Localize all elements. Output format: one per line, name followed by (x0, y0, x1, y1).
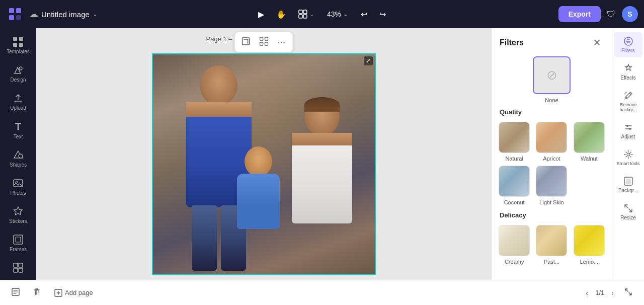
filter-item-natural[interactable]: Natural (498, 122, 531, 162)
svg-rect-32 (626, 179, 631, 184)
right-sidebar-item-background[interactable]: Backgr... (614, 172, 642, 197)
filter-item-coconut[interactable]: Coconut (498, 166, 531, 205)
canvas-toolbar: ··· (235, 32, 293, 52)
svg-rect-26 (265, 42, 268, 45)
filter-item-lightskin[interactable]: Light Skin (535, 166, 568, 205)
document-title-section[interactable]: ☁ Untitled image ⌄ (29, 9, 98, 20)
coconut-filter-thumb (499, 166, 530, 197)
apricot-filter-label: Apricot (543, 156, 560, 162)
grid-tool-button[interactable] (256, 34, 272, 50)
sidebar-item-label: Frames (10, 247, 27, 252)
zoom-button[interactable]: 43% ⌄ (322, 8, 353, 21)
undo-icon: ↩ (361, 10, 367, 19)
left-sidebar: Templates Design Upload T Text Sha (0, 28, 36, 280)
right-sidebar-item-adjust[interactable]: Adjust (614, 118, 642, 143)
layout-button[interactable]: ⌄ (294, 7, 318, 22)
filters-title: Filters (500, 38, 524, 47)
sidebar-item-upload[interactable]: Upload (3, 89, 33, 115)
play-button[interactable]: ▶ (254, 7, 268, 22)
right-sidebar-effects-label: Effects (620, 75, 635, 81)
redo-button[interactable]: ↪ (375, 7, 390, 22)
topbar-right-controls: Export 🛡 S (558, 6, 638, 22)
sidebar-item-templates[interactable]: Templates (3, 32, 33, 58)
natural-filter-label: Natural (505, 156, 523, 162)
shield-icon: 🛡 (607, 9, 616, 19)
add-page-button[interactable]: Add page (50, 287, 97, 299)
right-sidebar-item-resize[interactable]: Resize (614, 199, 642, 224)
design-icon (13, 64, 24, 75)
next-page-button[interactable]: › (608, 287, 617, 299)
filter-item-creamy[interactable]: Creamy (498, 225, 531, 265)
svg-point-13 (19, 154, 23, 158)
filter-item-lemon[interactable]: Lemo... (573, 225, 606, 265)
zoom-chevron-icon: ⌄ (343, 11, 348, 18)
lemon-filter-thumb (574, 225, 605, 256)
page-number-label: Page 1 – (206, 35, 232, 43)
sidebar-item-grid[interactable] (3, 258, 33, 277)
user-avatar[interactable]: S (622, 6, 638, 22)
sidebar-item-text[interactable]: T Text (3, 117, 33, 143)
baby-head (245, 146, 272, 177)
svg-rect-8 (13, 37, 17, 41)
filters-panel: Filters ✕ ⊘ None Quality Natural Apricot (491, 28, 612, 280)
sidebar-item-label: Templates (7, 49, 30, 54)
fullscreen-button[interactable]: ⤢ (364, 56, 373, 65)
shield-button[interactable]: 🛡 (605, 7, 618, 22)
sidebar-item-stickers[interactable]: Stickers (3, 202, 33, 228)
apricot-filter-thumb (536, 122, 567, 153)
svg-rect-18 (14, 263, 18, 267)
filter-item-apricot[interactable]: Apricot (535, 122, 568, 162)
hand-tool-button[interactable]: ✋ (272, 7, 290, 22)
background-icon (623, 176, 633, 186)
svg-rect-10 (13, 43, 17, 47)
lemon-filter-label: Lemo... (580, 259, 598, 265)
expand-button[interactable] (621, 285, 636, 300)
add-page-icon (54, 289, 62, 297)
upload-icon (13, 93, 24, 104)
svg-rect-9 (19, 37, 23, 41)
sidebar-item-shapes[interactable]: Shapes (3, 145, 33, 172)
sidebar-bottom (3, 258, 33, 277)
sidebar-item-photos[interactable]: Photos (3, 174, 33, 200)
crop-tool-button[interactable] (238, 34, 254, 50)
filter-item-pastry[interactable]: Past... (535, 225, 568, 265)
redo-icon: ↪ (379, 10, 386, 19)
export-button[interactable]: Export (558, 6, 601, 22)
right-sidebar-item-filters[interactable]: Filters (614, 32, 642, 57)
app-logo[interactable] (6, 5, 24, 23)
svg-rect-19 (19, 263, 23, 267)
pastry-filter-label: Past... (544, 259, 559, 265)
photos-icon (13, 178, 24, 189)
resize-icon (623, 203, 633, 213)
undo-button[interactable]: ↩ (357, 7, 371, 22)
sidebar-item-label: Photos (10, 190, 26, 196)
sidebar-item-design[interactable]: Design (3, 60, 33, 87)
svg-rect-11 (19, 43, 23, 47)
bottombar-right: ‹ 1/1 › (583, 285, 636, 300)
filter-item-walnut[interactable]: Walnut (573, 122, 606, 162)
delicacy-filter-grid: Creamy Past... Lemo... (492, 223, 612, 269)
filters-close-button[interactable]: ✕ (590, 36, 604, 49)
dad-neck (186, 102, 252, 117)
shapes-icon (13, 149, 24, 161)
page-counter: 1/1 (595, 289, 604, 296)
svg-rect-25 (260, 42, 263, 45)
prev-page-button[interactable]: ‹ (583, 287, 592, 299)
right-sidebar-item-effects[interactable]: Effects (614, 59, 642, 85)
delete-page-button[interactable] (29, 285, 44, 300)
more-options-button[interactable]: ··· (274, 35, 290, 49)
filter-none-item[interactable]: ⊘ None (492, 53, 612, 106)
svg-rect-4 (299, 10, 302, 14)
right-sidebar-item-smart-tools[interactable]: Smart tools (614, 145, 642, 170)
sidebar-item-label: Stickers (9, 218, 27, 224)
sidebar-item-frames[interactable]: Frames (3, 230, 33, 256)
filter-none-thumb: ⊘ (533, 56, 571, 94)
right-sidebar-item-remove-bg[interactable]: Remove backgr... (614, 87, 642, 116)
mom-neck (292, 133, 352, 145)
page-settings-button[interactable] (8, 285, 23, 300)
svg-rect-14 (14, 180, 23, 187)
play-icon: ▶ (258, 10, 264, 19)
canvas-image[interactable]: ⤢ (152, 53, 376, 275)
svg-rect-23 (260, 37, 263, 40)
expand-icon (624, 287, 633, 296)
